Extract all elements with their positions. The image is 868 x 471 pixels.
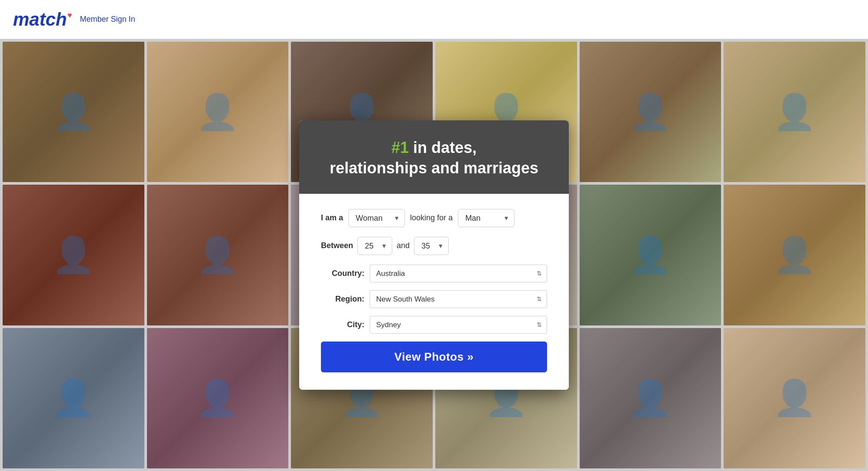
region-row: Region: New South Wales Victoria Queensl… [321, 290, 547, 308]
modal-header: #1 in dates, relationships and marriages [299, 120, 569, 194]
member-signin-link[interactable]: Member Sign In [80, 15, 135, 24]
title-main: in dates, [409, 139, 477, 156]
age-min-select[interactable]: 18192021 22232425 2627282930 [357, 237, 392, 255]
logo-text: match [13, 9, 67, 30]
site-header: match♥ Member Sign In [0, 0, 868, 39]
city-row: City: Sydney Newcastle Wollongong Centra… [321, 316, 547, 334]
site-logo: match♥ [13, 9, 67, 30]
country-row: Country: Australia United States United … [321, 265, 547, 282]
partner-select-wrapper: Man Woman ▼ [458, 209, 514, 227]
view-photos-button[interactable]: View Photos » [321, 342, 547, 372]
gender-select-wrapper: Woman Man ▼ [348, 209, 405, 227]
modal-overlay: #1 in dates, relationships and marriages… [0, 39, 868, 471]
city-select-wrapper: Sydney Newcastle Wollongong Central Coas… [370, 316, 547, 334]
age-min-select-wrapper: 18192021 22232425 2627282930 ▼ [357, 237, 392, 255]
between-label: Between [321, 241, 353, 250]
title-number: #1 [391, 139, 409, 156]
i-am-a-label: I am a [321, 213, 343, 222]
city-label: City: [321, 320, 364, 329]
age-row: Between 18192021 22232425 2627282930 ▼ a… [321, 237, 547, 255]
age-max-select-wrapper: 25262728 29303132 33343536 37383940 ▼ [414, 237, 449, 255]
region-select-wrapper: New South Wales Victoria Queensland West… [370, 290, 547, 308]
and-label: and [397, 241, 410, 250]
search-modal: #1 in dates, relationships and marriages… [299, 120, 569, 390]
country-select-wrapper: Australia United States United Kingdom C… [370, 265, 547, 282]
country-label: Country: [321, 269, 364, 278]
partner-select[interactable]: Man Woman [458, 209, 514, 227]
country-select[interactable]: Australia United States United Kingdom C… [370, 265, 547, 282]
region-select[interactable]: New South Wales Victoria Queensland West… [370, 290, 547, 308]
city-select[interactable]: Sydney Newcastle Wollongong Central Coas… [370, 316, 547, 334]
title-sub: relationships and marriages [330, 159, 538, 177]
logo-heart-icon: ♥ [67, 11, 72, 20]
photo-grid-background: 👤 👤 👤 👤 👤 👤 👤 👤 👤 👤 👤 👤 👤 👤 👤 👤 [0, 39, 868, 471]
modal-body: I am a Woman Man ▼ looking for a Man Wom… [299, 194, 569, 390]
modal-title: #1 in dates, relationships and marriages [312, 138, 556, 179]
looking-for-a-label: looking for a [410, 213, 453, 222]
gender-row: I am a Woman Man ▼ looking for a Man Wom… [321, 209, 547, 227]
age-max-select[interactable]: 25262728 29303132 33343536 37383940 [414, 237, 449, 255]
region-label: Region: [321, 295, 364, 304]
gender-select[interactable]: Woman Man [348, 209, 405, 227]
